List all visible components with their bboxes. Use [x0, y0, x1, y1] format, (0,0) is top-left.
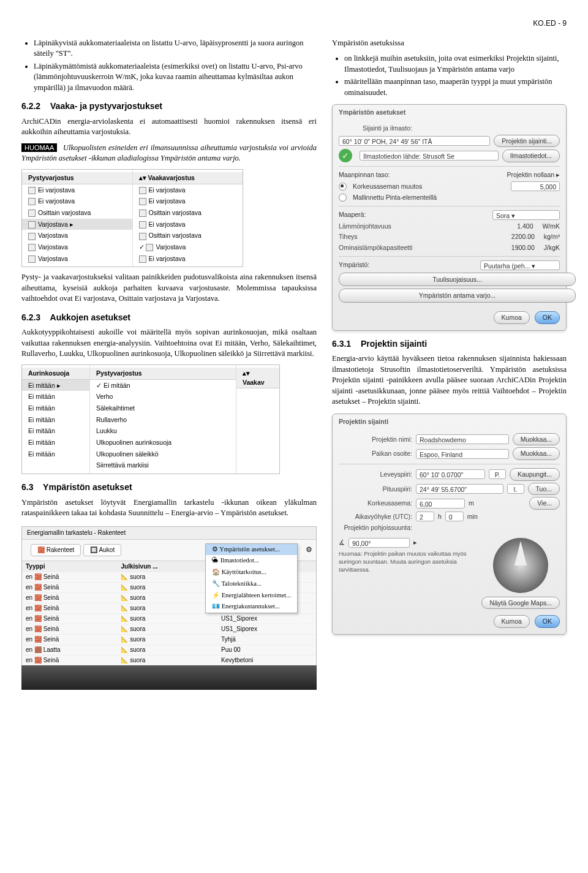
av-h-input[interactable]: 2 [416, 512, 434, 521]
av-m-input[interactable]: 0 [445, 512, 464, 521]
huomaa-paragraph: HUOMAA Ulkopuolisten esineiden eri ilman… [21, 143, 317, 164]
as-item[interactable]: Ei mitään [22, 402, 89, 414]
radio-mallinnettu[interactable] [339, 194, 347, 202]
ymparisto-label: Ympäristö: [339, 260, 369, 270]
ps-label: Projektin pohjoissuunta: [339, 523, 412, 532]
pv-item[interactable]: Varjostava [22, 253, 132, 265]
angle-arrow-icon[interactable]: ▸ [413, 538, 417, 547]
pm-ymparisto[interactable]: ⚙ Ympäristön asetukset... [206, 544, 297, 556]
pv-item[interactable]: Varjostava [22, 241, 132, 253]
pv-item[interactable]: Ei varjostava [22, 184, 132, 196]
popup-item[interactable]: Luukku [90, 425, 236, 437]
ok-button-2[interactable]: OK [535, 615, 560, 628]
maapera-select[interactable]: Sora ▾ [492, 210, 560, 220]
popup-item[interactable]: Ei mitään [90, 380, 236, 391]
ilmastotiedot-button[interactable]: Ilmastotiedot... [502, 149, 560, 162]
gear-icon[interactable]: ⚙ [306, 545, 312, 555]
em-panel-title: Energiamallin tarkastelu - Rakenteet [22, 527, 316, 540]
ya-bullet-2: määritellään maanpinnan taso, maaperän t… [344, 77, 567, 98]
box-icon [139, 198, 146, 205]
box-icon [28, 221, 36, 229]
pp-sel[interactable]: I. [507, 484, 524, 494]
vv-item[interactable]: Osittain varjostava [133, 207, 243, 219]
popup-item[interactable]: Ulkopuolinen aurinkosuoja [90, 437, 236, 448]
lp-label: Leveyspiiri: [339, 470, 412, 479]
vv-item[interactable]: Ei varjostava [133, 253, 243, 265]
as-item[interactable]: Ei mitään [22, 391, 89, 402]
pv-item-selected[interactable]: Varjostava [22, 219, 132, 230]
ilmasto-field[interactable]: Ilmastotiedon lähde: Strusoft Se [360, 151, 499, 161]
ti-val: 2200.00 [511, 232, 535, 241]
maanpinta-select[interactable]: Projektin nollaan ▸ [507, 170, 560, 180]
ymparisto-varjo-button[interactable]: Ympäristön antama varjo... [339, 289, 576, 303]
lp-sel[interactable]: P. [489, 469, 506, 479]
as-item[interactable]: Ei mitään [22, 437, 89, 448]
em-tab-rakenteet[interactable]: 🧱 Rakenteet [31, 544, 81, 556]
sij-field[interactable]: 60° 10' 0" POH, 24° 49' 56" ITÄ [339, 136, 490, 146]
em-tab-aukot[interactable]: 🔲 Aukot [83, 544, 121, 556]
popup-item[interactable]: Siirrettävä markiisi [90, 459, 236, 471]
google-maps-button[interactable]: Näytä Google Maps... [481, 597, 560, 610]
box-icon [139, 210, 146, 217]
compass-icon [493, 538, 548, 593]
vv-item[interactable]: Osittain varjostava [133, 230, 243, 241]
muokkaa-button-1[interactable]: Muokkaa... [513, 433, 560, 446]
box-icon [28, 244, 36, 251]
pn-input[interactable]: Roadshowdemo [416, 434, 509, 444]
heading-631: 6.3.1 Projektin sijainti [332, 338, 567, 350]
kumoa-button-2[interactable]: Kumoa [494, 615, 530, 628]
radio-korkeus-label: Korkeusaseman muutos [353, 182, 422, 191]
vv-item[interactable]: Ei varjostava [133, 195, 243, 207]
as-item[interactable]: Ei mitään [22, 414, 89, 426]
box-icon [28, 187, 36, 194]
em-col-julkisivu: Julkisivun ... [117, 561, 217, 572]
radio-korkeus[interactable] [339, 183, 347, 191]
box-icon [28, 210, 36, 217]
tuulisuojaisuus-button[interactable]: Tuulisuojaisuus... [339, 273, 576, 287]
lj-unit: W/mK [542, 222, 560, 231]
ok-button[interactable]: OK [535, 311, 560, 324]
project-location-panel: Projektin sijainti Projektin nimi: Roads… [332, 414, 567, 635]
popup-item[interactable]: Rullaverho [90, 414, 236, 426]
korkeus-input[interactable]: 5,000 [511, 181, 560, 191]
heading-63-title: Ympäristön asetukset [43, 482, 132, 492]
lp-input[interactable]: 60° 10' 0.0700" [416, 469, 485, 479]
box-icon [28, 233, 36, 240]
angle-input[interactable]: 90,00° [349, 538, 410, 548]
pv-item[interactable]: Varjostava [22, 230, 132, 241]
heading-622-num: 6.2.2 [21, 101, 40, 111]
as-item[interactable]: Ei mitään [22, 425, 89, 437]
as-item[interactable]: Ei mitään [22, 448, 89, 460]
projektin-sijainti-button[interactable]: Projektin sijainti... [494, 135, 560, 148]
po-input[interactable]: Espoo, Finland [416, 449, 509, 459]
popup-item[interactable]: Sälekaihtimet [90, 402, 236, 414]
ka-input[interactable]: 6,00 [416, 499, 465, 508]
pm-energial[interactable]: ⚡ Energialähteen kertoimet... [206, 590, 297, 602]
vaakavarjostus-header: ▴▾ Vaakavarjostus [133, 172, 243, 184]
kaupungit-button[interactable]: Kaupungit... [510, 468, 560, 481]
vie-button[interactable]: Vie... [529, 497, 560, 510]
pm-talotek[interactable]: 🔧 Talotekniikka... [206, 578, 297, 590]
vv-item-checked[interactable]: Varjostava [133, 241, 243, 253]
popup-item[interactable]: Ulkopuolinen säleikkö [90, 448, 236, 460]
em-col-tyyppi: Tyyppi [22, 561, 117, 572]
box-icon [28, 255, 36, 263]
sij-label: Sijainti ja ilmasto: [339, 124, 412, 133]
vv-item[interactable]: Ei varjostava [133, 184, 243, 196]
pv-item[interactable]: Osittain varjostava [22, 207, 132, 219]
popup-item[interactable]: Verho [90, 391, 236, 402]
pm-kaytto[interactable]: 🏠 Käyttötarkoitus... [206, 567, 297, 578]
vv-item[interactable]: Ei varjostava [133, 219, 243, 230]
pv-item[interactable]: Ei varjostava [22, 195, 132, 207]
box-icon [139, 221, 146, 229]
box-icon [139, 255, 146, 263]
ymparisto-select[interactable]: Puutarha (peh... ▾ [480, 260, 560, 270]
pm-ilmasto[interactable]: 🌦 Ilmastotiedot... [206, 555, 297, 567]
muokkaa-button-2[interactable]: Muokkaa... [513, 447, 560, 460]
pm-kustann[interactable]: 💶 Energiakustannukset... [206, 601, 297, 613]
as-item-selected[interactable]: Ei mitään [22, 380, 89, 391]
tuo-button[interactable]: Tuo... [528, 483, 560, 496]
env-panel-title: Ympäristön asetukset [333, 105, 566, 118]
kumoa-button[interactable]: Kumoa [494, 311, 530, 324]
pp-input[interactable]: 24° 49' 55.6700" [416, 484, 503, 494]
